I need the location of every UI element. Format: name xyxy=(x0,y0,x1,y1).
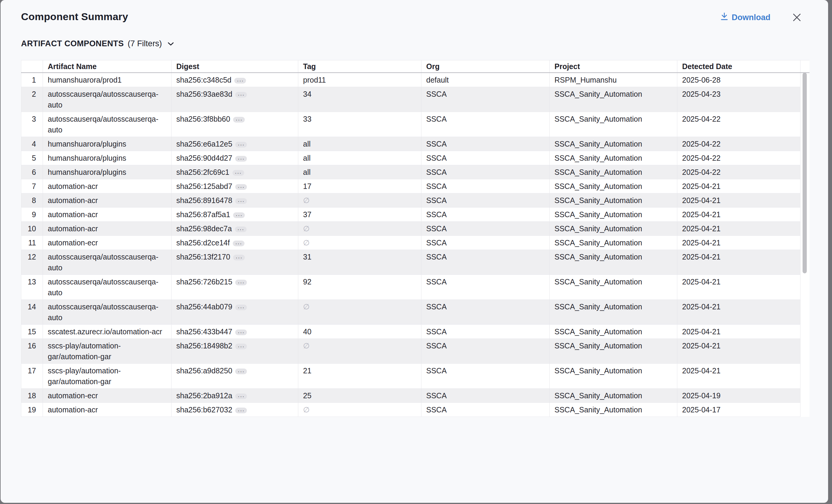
digest-expand-button[interactable]: ··· xyxy=(235,184,247,190)
cell-project: SSCA_Sanity_Automation xyxy=(550,151,677,165)
cell-detected-date: 2025-04-21 xyxy=(677,193,801,208)
row-scroll-gutter xyxy=(801,364,809,389)
chevron-down-icon[interactable] xyxy=(167,42,174,47)
table-row[interactable]: 6humanshuarora/pluginssha256:2fc69c1···a… xyxy=(21,165,809,179)
cell-detected-date: 2025-04-21 xyxy=(677,208,801,222)
download-label: Download xyxy=(732,13,771,22)
digest-value: sha256:d2ce14f xyxy=(176,238,230,247)
digest-expand-button[interactable]: ··· xyxy=(235,407,247,413)
cell-digest: sha256:44ab079··· xyxy=(172,300,298,325)
cell-detected-date: 2025-04-23 xyxy=(677,87,801,112)
digest-expand-button[interactable]: ··· xyxy=(233,117,245,123)
table-row[interactable]: 18automation-ecrsha256:2ba912a···25SSCAS… xyxy=(21,389,809,403)
table-row[interactable]: 10automation-acrsha256:98dec7a···∅SSCASS… xyxy=(21,222,809,236)
cell-artifact-name: automation-acr xyxy=(43,179,172,193)
cell-tag: 31 xyxy=(298,250,421,275)
cell-detected-date: 2025-04-21 xyxy=(677,222,801,236)
digest-value: sha256:125abd7 xyxy=(176,182,232,190)
cell-row-number: 5 xyxy=(21,151,43,165)
digest-expand-button[interactable]: ··· xyxy=(235,198,247,204)
cell-digest: sha256:18498b2··· xyxy=(172,339,298,364)
digest-expand-button[interactable]: ··· xyxy=(235,156,247,162)
table-row[interactable]: 12autosscauserqa/autosscauserqa-autosha2… xyxy=(21,250,809,275)
cell-tag: all xyxy=(298,151,421,165)
digest-expand-button[interactable]: ··· xyxy=(235,344,247,349)
table-row[interactable]: 13autosscauserqa/autosscauserqa-autosha2… xyxy=(21,275,809,300)
cell-artifact-name: automation-acr xyxy=(43,222,172,236)
cell-digest: sha256:87af5a1··· xyxy=(172,208,298,222)
table-row[interactable]: 9automation-acrsha256:87af5a1···37SSCASS… xyxy=(21,208,809,222)
digest-value: sha256:e6a12e5 xyxy=(176,140,232,148)
cell-digest: sha256:90d4d27··· xyxy=(172,151,298,165)
table-row[interactable]: 15sscatest.azurecr.io/automation-acrsha2… xyxy=(21,325,809,339)
table-row[interactable]: 14autosscauserqa/autosscauserqa-autosha2… xyxy=(21,300,809,325)
filters-count-label: (7 Filters) xyxy=(128,39,162,48)
table-row[interactable]: 5humanshuarora/pluginssha256:90d4d27···a… xyxy=(21,151,809,165)
cell-digest: sha256:3f8bb60··· xyxy=(172,112,298,137)
cell-project: SSCA_Sanity_Automation xyxy=(550,250,677,275)
cell-org: SSCA xyxy=(421,325,550,339)
vertical-scrollbar-thumb[interactable] xyxy=(803,73,807,273)
digest-expand-button[interactable]: ··· xyxy=(235,304,247,310)
cell-tag: prod11 xyxy=(298,73,421,87)
table-row[interactable]: 4humanshuarora/pluginssha256:e6a12e5···a… xyxy=(21,137,809,151)
digest-expand-button[interactable]: ··· xyxy=(235,369,247,374)
empty-tag-icon: ∅ xyxy=(303,238,310,247)
digest-value: sha256:18498b2 xyxy=(176,342,232,350)
cell-tag: 34 xyxy=(298,87,421,112)
table-row[interactable]: 8automation-acrsha256:8916478···∅SSCASSC… xyxy=(21,193,809,208)
empty-tag-icon: ∅ xyxy=(303,224,310,233)
cell-row-number: 1 xyxy=(21,73,43,87)
table-row[interactable]: 19automation-acrsha256:b627032···∅SSCASS… xyxy=(21,403,809,417)
table-row[interactable]: 2autosscauserqa/autosscauserqa-autosha25… xyxy=(21,87,809,112)
cell-artifact-name: humanshuarora/plugins xyxy=(43,151,172,165)
cell-digest: sha256:433b447··· xyxy=(172,325,298,339)
cell-org: default xyxy=(421,73,550,87)
cell-project: SSCA_Sanity_Automation xyxy=(550,325,677,339)
cell-artifact-name: automation-ecr xyxy=(43,236,172,250)
cell-digest: sha256:125abd7··· xyxy=(172,179,298,193)
digest-value: sha256:2ba912a xyxy=(176,391,232,400)
cell-row-number: 15 xyxy=(21,325,43,339)
cell-project: SSCA_Sanity_Automation xyxy=(550,236,677,250)
table-row[interactable]: 1humanshuarora/prod1sha256:c348c5d···pro… xyxy=(21,73,809,87)
page-title: Component Summary xyxy=(21,11,128,23)
digest-expand-button[interactable]: ··· xyxy=(235,142,247,148)
digest-expand-button[interactable]: ··· xyxy=(235,227,246,232)
column-header-tag: Tag xyxy=(298,60,421,73)
close-icon[interactable] xyxy=(792,12,802,22)
digest-expand-button[interactable]: ··· xyxy=(234,78,246,83)
digest-expand-button[interactable]: ··· xyxy=(233,212,245,218)
cell-detected-date: 2025-04-22 xyxy=(677,112,801,137)
cell-tag: 37 xyxy=(298,208,421,222)
table-row[interactable]: 3autosscauserqa/autosscauserqa-autosha25… xyxy=(21,112,809,137)
table-row[interactable]: 17sscs-play/automation-gar/automation-ga… xyxy=(21,364,809,389)
download-button[interactable]: Download xyxy=(720,12,771,23)
cell-digest: sha256:b627032··· xyxy=(172,403,298,417)
cell-tag: 40 xyxy=(298,325,421,339)
digest-expand-button[interactable]: ··· xyxy=(235,280,247,285)
digest-expand-button[interactable]: ··· xyxy=(235,92,247,98)
table-row[interactable]: 11automation-ecrsha256:d2ce14f···∅SSCASS… xyxy=(21,236,809,250)
cell-detected-date: 2025-04-21 xyxy=(677,236,801,250)
digest-value: sha256:93ae83d xyxy=(176,90,232,98)
digest-expand-button[interactable]: ··· xyxy=(232,170,244,176)
cell-row-number: 4 xyxy=(21,137,43,151)
digest-expand-button[interactable]: ··· xyxy=(233,255,245,260)
table-row[interactable]: 16sscs-play/automation-gar/automation-ga… xyxy=(21,339,809,364)
cell-tag: ∅ xyxy=(298,236,421,250)
digest-expand-button[interactable]: ··· xyxy=(233,241,244,246)
cell-org: SSCA xyxy=(421,179,550,193)
cell-row-number: 12 xyxy=(21,250,43,275)
cell-project: SSCA_Sanity_Automation xyxy=(550,87,677,112)
table-row[interactable]: 7automation-acrsha256:125abd7···17SSCASS… xyxy=(21,179,809,193)
empty-tag-icon: ∅ xyxy=(303,302,310,311)
digest-expand-button[interactable]: ··· xyxy=(235,394,247,399)
cell-tag: 21 xyxy=(298,364,421,389)
digest-expand-button[interactable]: ··· xyxy=(235,329,247,335)
cell-row-number: 17 xyxy=(21,364,43,389)
column-header-org: Org xyxy=(421,60,550,73)
cell-org: SSCA xyxy=(421,87,550,112)
header-scroll-gutter xyxy=(801,60,809,73)
cell-row-number: 7 xyxy=(21,179,43,193)
